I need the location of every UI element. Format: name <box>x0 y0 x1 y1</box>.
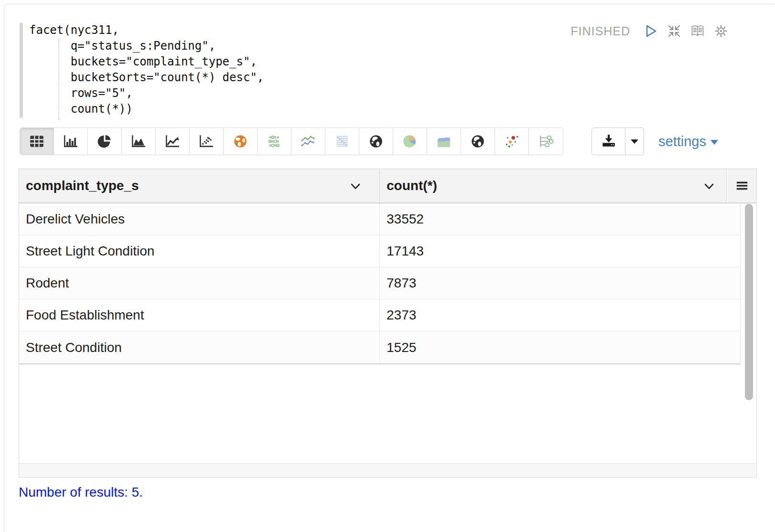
grid-body: Derelict Vehicles33552Street Light Condi… <box>19 203 756 463</box>
cell-complaint-type: Street Condition <box>19 331 380 363</box>
result-count-text: Number of results: 5. <box>19 485 143 500</box>
paragraph-controls: FINISHED <box>570 23 729 39</box>
grid-rows: Derelict Vehicles33552Street Light Condi… <box>19 203 741 364</box>
column-header-label: count(*) <box>387 178 437 193</box>
table-row: Street Light Condition17143 <box>19 235 740 267</box>
results-grid: complaint_type_s count(*) Derelict Vehic… <box>19 169 757 478</box>
cell-complaint-type: Derelict Vehicles <box>19 203 380 235</box>
chart-btn-horizontal-sliders[interactable] <box>529 128 563 155</box>
chart-type-toolbar <box>20 128 563 155</box>
chart-btn-table[interactable] <box>20 128 54 155</box>
table-row: Rodent7873 <box>19 267 740 299</box>
table-row: Derelict Vehicles33552 <box>19 203 740 235</box>
settings-link[interactable]: settings <box>658 128 718 155</box>
grid-menu-button[interactable] <box>728 169 756 202</box>
vertical-scrollbar-thumb[interactable] <box>745 204 753 400</box>
paragraph-panel: facet(nyc311, q="status_s:Pending", buck… <box>4 4 775 532</box>
cell-count: 1525 <box>380 331 740 363</box>
download-icon <box>601 135 616 148</box>
chart-btn-map-orange[interactable] <box>224 128 258 155</box>
chart-btn-bar-chart[interactable] <box>54 128 88 155</box>
cell-count: 17143 <box>380 235 740 267</box>
chart-btn-globe[interactable] <box>359 128 393 155</box>
chart-btn-scatter-chart[interactable] <box>190 128 224 155</box>
cell-complaint-type: Street Light Condition <box>19 235 380 267</box>
chart-btn-globe-2[interactable] <box>461 128 495 155</box>
chart-btn-area-chart[interactable] <box>122 128 156 155</box>
chevron-down-icon[interactable] <box>351 183 360 190</box>
download-options-caret[interactable] <box>625 128 644 155</box>
column-header-count[interactable]: count(*) <box>380 169 727 202</box>
cell-count: 33552 <box>380 203 740 235</box>
cell-count: 2373 <box>380 299 740 331</box>
settings-caret-icon <box>710 140 718 145</box>
chevron-down-icon[interactable] <box>704 183 714 190</box>
book-icon[interactable] <box>690 23 705 39</box>
table-row: Street Condition1525 <box>19 331 740 363</box>
chart-btn-pie-chart[interactable] <box>88 128 122 155</box>
table-row: Food Establishment2373 <box>19 299 740 331</box>
chart-btn-line-chart[interactable] <box>156 128 190 155</box>
collapse-icon[interactable] <box>667 23 682 39</box>
settings-label: settings <box>658 134 706 149</box>
download-button[interactable] <box>592 128 625 155</box>
hamburger-menu-icon <box>735 180 749 192</box>
grid-footer-scrollbar-track[interactable] <box>19 463 756 477</box>
cell-complaint-type: Food Establishment <box>19 299 380 331</box>
chart-btn-area-chart-colored[interactable] <box>427 128 461 155</box>
column-header-complaint-type[interactable]: complaint_type_s <box>19 169 380 202</box>
gear-icon[interactable] <box>713 23 729 39</box>
editor-gutter <box>20 23 23 118</box>
chart-btn-bubble-scatter[interactable] <box>495 128 529 155</box>
chart-btn-pie-chart-colored[interactable] <box>393 128 427 155</box>
code-editor[interactable]: facet(nyc311, q="status_s:Pending", buck… <box>29 22 264 117</box>
play-icon[interactable] <box>643 23 658 39</box>
cell-count: 7873 <box>380 267 740 299</box>
status-badge: FINISHED <box>570 24 630 38</box>
grid-header: complaint_type_s count(*) <box>19 169 756 203</box>
chart-btn-multi-line-chart[interactable] <box>291 128 325 155</box>
column-header-label: complaint_type_s <box>26 178 139 193</box>
chart-btn-dot-grid[interactable] <box>258 128 291 155</box>
download-split-button <box>592 128 644 155</box>
chart-btn-matrix-heatmap[interactable] <box>325 128 359 155</box>
cell-complaint-type: Rodent <box>19 267 380 299</box>
